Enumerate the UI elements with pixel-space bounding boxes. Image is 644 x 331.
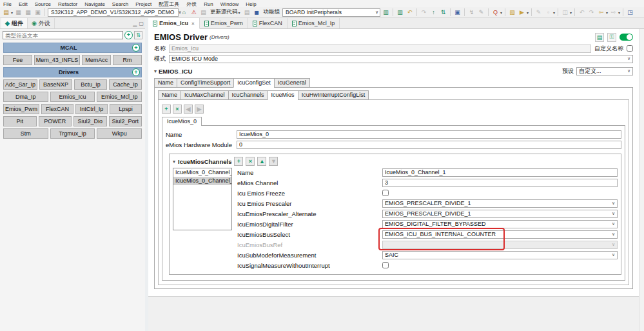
add-emios-icon[interactable]: +	[162, 105, 171, 114]
field-icu-emios-prescaler[interactable]: EMIOS_PRESCALER_DIVIDE_1	[382, 199, 618, 208]
book2-icon[interactable]: ▥	[396, 8, 404, 17]
enable-toggle[interactable]	[620, 34, 633, 41]
channel-list[interactable]: IcueMios_0_Channel_0IcueMios_0_Channel_1	[173, 168, 232, 230]
copy-doc-icon[interactable]: ▤	[243, 8, 251, 17]
stop-icon[interactable]: ◼	[253, 8, 261, 17]
add-instance-icon[interactable]: +	[132, 68, 140, 76]
subtab-icuchannels[interactable]: IcuChannels	[228, 90, 268, 100]
menu-item-3[interactable]: Source	[35, 1, 51, 7]
menu-item-8[interactable]: 配置工具	[159, 1, 179, 8]
minimize-view-icon[interactable]: ▁	[133, 21, 137, 26]
menu-item-6[interactable]: Search	[112, 1, 128, 7]
sidebar-item-dma_ip[interactable]: Dma_Ip	[3, 92, 48, 102]
sidebar-item-siul2_dio[interactable]: Siul2_Dio	[73, 116, 107, 126]
field-icusubmodeformeasurement[interactable]: SAIC	[382, 251, 618, 259]
sidebar-item-cache_ip[interactable]: Cache_Ip	[109, 79, 142, 90]
menu-item-2[interactable]: Edit	[19, 1, 28, 7]
field-icusignalmeasurewithoutinterrupt[interactable]	[382, 262, 389, 268]
sidebar-item-trgmux_ip[interactable]: Trgmux_Ip	[50, 128, 95, 139]
sidebar-tab-components[interactable]: ◆组件	[1, 18, 28, 28]
sidebar-item-intctrl_ip[interactable]: IntCtrl_Ip	[75, 104, 108, 114]
sidebar-item-pit[interactable]: Pit	[3, 116, 37, 126]
field-icuemiosprescaler_alternate[interactable]: EMIOS_PRESCALER_DIVIDE_1	[382, 210, 618, 218]
preset-select[interactable]: 自定义...	[576, 67, 633, 75]
sidebar-item-power[interactable]: POWER	[39, 116, 72, 126]
new-window-icon[interactable]: ◫	[561, 8, 569, 17]
remove-channel-icon[interactable]: ×	[246, 157, 255, 166]
sidebar-item-adc_sar_ip[interactable]: Adc_Sar_Ip	[3, 79, 37, 90]
sidebar-tab-peripherals[interactable]: ◉外设	[28, 18, 55, 28]
custom-name-checkbox[interactable]	[627, 45, 633, 52]
subtab-icumaxchannel[interactable]: IcuMaxChannel	[181, 90, 229, 100]
subtab-name[interactable]: Name	[158, 90, 181, 100]
menu-item-7[interactable]: Project	[135, 1, 151, 7]
redo-icon[interactable]: ↷	[420, 8, 428, 17]
undo-icon[interactable]: ↶	[405, 8, 414, 17]
editor-tab-emios_pwm[interactable]: Emios_Pwm	[200, 18, 248, 28]
add-instance-icon[interactable]: +	[132, 44, 140, 52]
sidebar-item-bctu_ip[interactable]: Bctu_Ip	[74, 79, 107, 90]
sidebar-item-mem_43_infls[interactable]: Mem_43_INFLS	[34, 55, 81, 65]
sidebar-item-stm[interactable]: Stm	[3, 128, 48, 139]
field-input-emios-hardware-module[interactable]	[237, 141, 621, 149]
functional-group-selector[interactable]: BOARD InitPeripherals∨	[282, 8, 380, 17]
editor-tab-flexcan[interactable]: FlexCAN	[248, 18, 288, 28]
print-icon[interactable]: ▣	[34, 8, 42, 17]
menu-item-11[interactable]: Window	[220, 1, 239, 7]
menu-item-5[interactable]: Navigate	[84, 1, 105, 7]
home-icon[interactable]: ⌂	[180, 8, 188, 17]
quality-icon[interactable]: Q	[491, 8, 500, 17]
sidebar-item-flexcan[interactable]: FlexCAN	[41, 104, 73, 114]
update-source-code-button[interactable]: 更新源代码▾	[209, 8, 242, 17]
field-icu-emios-freeze[interactable]	[382, 190, 389, 196]
import-icon[interactable]: ↑	[429, 8, 438, 17]
list-item[interactable]: IcueMios_0_Channel_1	[173, 177, 231, 185]
subtab-icuemios[interactable]: IcueMios	[268, 90, 298, 100]
pencil-icon[interactable]: ✎	[477, 8, 485, 17]
sidebar-item-fee[interactable]: Fee	[3, 55, 32, 65]
sidebar-item-basenxp[interactable]: BaseNXP	[39, 79, 72, 90]
paint-icon[interactable]: ✎	[534, 8, 543, 17]
error-icon[interactable]: ⚠	[190, 8, 198, 17]
add-channel-icon[interactable]: +	[234, 157, 243, 166]
emios-group-tab[interactable]: IcueMios_0	[162, 117, 202, 126]
save-icon[interactable]: ▦	[14, 8, 23, 17]
package-icon[interactable]: ▫	[544, 8, 552, 17]
redo2-icon[interactable]: ↷	[587, 8, 596, 17]
folder-run-icon[interactable]: ▧	[508, 8, 516, 17]
maximize-view-icon[interactable]: ▢	[139, 21, 144, 26]
type-filter-input[interactable]	[3, 31, 123, 39]
mode-select[interactable]: EMIOS ICU Mode	[169, 55, 633, 63]
list-item[interactable]: IcueMios_0_Channel_0	[173, 168, 231, 177]
unlock-icon[interactable]: ⚿	[607, 33, 616, 42]
move-up-icon[interactable]: ▲	[257, 157, 266, 166]
tab-configtimesupport[interactable]: ConfigTimeSupport	[177, 78, 234, 88]
menu-item-12[interactable]: Help	[246, 1, 256, 7]
field-emios-channel[interactable]	[382, 179, 618, 187]
export-config-icon[interactable]: ▤	[595, 33, 604, 42]
new-file-icon[interactable]: ▤	[2, 8, 10, 17]
field-name[interactable]	[382, 168, 618, 177]
undo2-icon[interactable]: ↶	[578, 8, 586, 17]
sidebar-item-emios_icu[interactable]: Emios_Icu	[50, 92, 95, 102]
editor-tab-emios_mcl_ip[interactable]: Emios_Mcl_Ip	[288, 18, 340, 28]
back-icon[interactable]: ⇦	[597, 8, 605, 17]
forward-icon[interactable]: ⇨	[609, 8, 618, 17]
console-icon[interactable]: ▣	[453, 8, 462, 17]
editor-tab-emios_icu[interactable]: Emios_Icu×	[148, 18, 200, 29]
collapse-section-icon[interactable]: ▾	[154, 68, 157, 74]
add-component-icon[interactable]: +	[124, 31, 133, 39]
tab-icuconfigset[interactable]: IcuConfigSet	[233, 78, 275, 88]
project-selector[interactable]: S32K312_APP_DEMO_V1/S32K312_APP_DEMO∨	[48, 8, 179, 17]
sidebar-item-emios_mcl_ip[interactable]: Emios_Mcl_Ip	[97, 92, 142, 102]
close-tab-icon[interactable]: ×	[191, 21, 195, 26]
doc-icon[interactable]: ▤	[199, 8, 208, 17]
sidebar-item-siul2_port[interactable]: Siul2_Port	[109, 116, 142, 126]
tab-name[interactable]: Name	[154, 78, 177, 88]
collapse-channels-icon[interactable]: ▾	[173, 159, 175, 165]
save-all-icon[interactable]: ▦	[24, 8, 32, 17]
field-input-name[interactable]	[237, 130, 621, 139]
launch-icon[interactable]: ▶	[518, 8, 526, 17]
field-icuemiosdigitalfilter[interactable]: EMIOS_DIGITAL_FILTER_BYPASSED	[382, 220, 618, 228]
sidebar-item-rm[interactable]: Rm	[113, 55, 142, 65]
